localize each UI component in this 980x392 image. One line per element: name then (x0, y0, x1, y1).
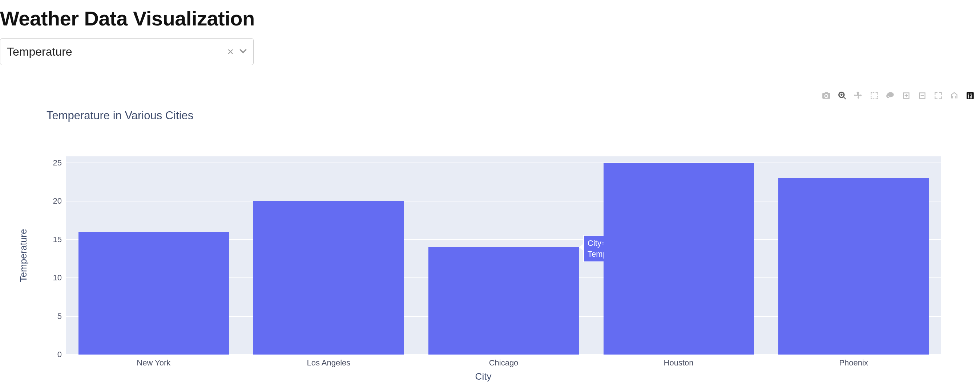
svg-point-3 (971, 94, 972, 94)
autoscale-icon[interactable] (932, 89, 944, 102)
x-tick-label: New York (99, 358, 208, 368)
y-tick-label: 0 (25, 350, 62, 359)
clear-icon[interactable]: × (225, 46, 236, 57)
bar-phoenix[interactable] (778, 178, 929, 355)
y-axis-label: Temperature (18, 156, 29, 355)
chart-title: Temperature in Various Cities (46, 109, 193, 122)
metric-dropdown[interactable]: Temperature × (0, 38, 254, 65)
gridline (66, 163, 941, 163)
reset-axes-icon[interactable] (948, 89, 960, 102)
y-tick-label: 15 (25, 235, 62, 244)
camera-icon[interactable] (820, 89, 832, 102)
bar-chicago[interactable] (428, 247, 579, 355)
x-tick-label: Houston (624, 358, 733, 368)
plotly-logo-icon[interactable] (964, 89, 976, 102)
zoom-out-icon[interactable] (916, 89, 928, 102)
dropdown-selected-value: Temperature (7, 45, 225, 59)
bar-los-angeles[interactable] (253, 201, 404, 355)
y-tick-label: 5 (25, 312, 62, 321)
x-tick-label: Chicago (449, 358, 558, 368)
x-tick-label: Phoenix (799, 358, 908, 368)
svg-point-2 (970, 94, 971, 94)
svg-rect-5 (970, 96, 970, 99)
bar-chart[interactable]: Temperature City 0510152025New YorkLos A… (25, 156, 941, 373)
zoom-icon[interactable] (836, 89, 848, 102)
svg-rect-4 (968, 95, 969, 99)
y-tick-label: 25 (25, 158, 62, 167)
lasso-icon[interactable] (884, 89, 896, 102)
y-tick-label: 20 (25, 196, 62, 206)
svg-rect-6 (971, 95, 972, 99)
bar-new-york[interactable] (78, 232, 229, 355)
bar-houston[interactable] (603, 163, 754, 355)
zoom-in-icon[interactable] (900, 89, 912, 102)
chart-toolbar (820, 89, 976, 102)
x-tick-label: Los Angeles (274, 358, 383, 368)
page-title: Weather Data Visualization (0, 6, 980, 30)
box-select-icon[interactable] (868, 89, 880, 102)
chevron-down-icon[interactable] (239, 49, 247, 54)
tooltip-spike (579, 244, 583, 250)
x-axis-label: City (25, 371, 941, 382)
pan-icon[interactable] (852, 89, 864, 102)
y-tick-label: 10 (25, 273, 62, 282)
svg-point-1 (968, 94, 969, 94)
